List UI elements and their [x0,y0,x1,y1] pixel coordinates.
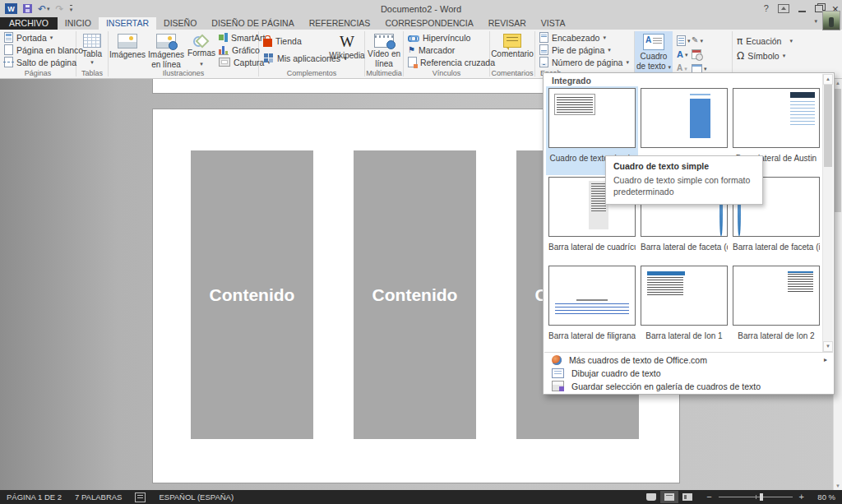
zoom-out-button[interactable]: − [706,492,711,502]
content-column-1[interactable]: Contenido [191,150,313,439]
page-indicator[interactable]: PÁGINA 1 DE 2 [0,492,68,502]
ribbon-group-ilustraciones: Imágenes Imágenes en línea Formas ▾ Smar… [109,30,258,78]
video-en-linea-button[interactable]: Vídeo en línea [365,31,403,68]
referencia-cruzada-label: Referencia cruzada [420,58,495,67]
encabezado-button[interactable]: Encabezado ▾ [535,31,634,44]
cuadro-de-texto-label: Cuadro de texto [636,52,667,71]
mis-aplicaciones-button[interactable]: Mis aplicaciones ▾ [259,52,330,64]
scroll-up-icon[interactable]: ▲ [834,79,842,87]
ecuacion-button[interactable]: π Ecuación ▾ [733,35,812,47]
tienda-button[interactable]: Tienda [259,35,330,47]
smartart-button[interactable]: SmartArt [217,31,258,44]
redo-button[interactable]: ↷ [56,4,64,14]
ribbon-group-comentarios: Comentario Comentarios [490,30,534,78]
web-layout-button[interactable] [678,491,696,503]
draw-text-box-icon [552,368,564,378]
gallery-item-barra-lateral-de-filigrana[interactable]: Barra lateral de filigrana [546,264,638,353]
customize-qat-button[interactable]: ▾ [70,5,73,13]
scroll-down-icon[interactable]: ▼ [834,482,842,490]
cuadro-de-texto-button[interactable]: A Cuadro de texto ▾ [635,31,673,76]
gallery-scrollbar-thumb[interactable] [824,85,832,167]
tab-revisar[interactable]: REVISAR [481,17,534,30]
ribbon-display-options-button[interactable] [778,4,789,13]
grafico-button[interactable]: Gráfico [217,44,258,56]
salto-de-pagina-button[interactable]: Salto de página [0,56,76,68]
pagina-en-blanco-button[interactable]: Página en blanco [0,44,76,56]
content-column-2[interactable]: Contenido [354,150,476,439]
tooltip: Cuadro de texto simple Cuadro de texto s… [605,155,763,205]
thumbnail-ion-sidebar-2 [733,266,820,326]
wordart-button[interactable]: A ▾ [677,50,691,59]
tabla-button[interactable]: Tabla ▾ [76,31,108,65]
account-dropdown-arrow-icon[interactable]: ▾ [814,18,817,25]
formas-button[interactable]: Formas ▾ [186,31,217,69]
tab-archivo[interactable]: ARCHIVO [0,17,58,30]
tab-diseno[interactable]: DISEÑO [156,17,204,30]
user-avatar[interactable] [822,11,840,30]
objeto-button[interactable]: ▾ [692,64,707,73]
imagenes-label: Imágenes [109,50,146,59]
menu-item-dibujar-cuadro-de-texto[interactable]: Dibujar cuadro de texto [544,367,833,379]
numero-de-pagina-label: Número de página [552,58,622,67]
hipervinculo-label: Hipervínculo [423,33,470,43]
thumbnail-filigree-sidebar [548,266,636,326]
thumbnail-austin-sidebar [733,88,820,148]
tab-correspondencia[interactable]: CORRESPONDENCIA [377,17,480,30]
group-label-complementos: Complementos [259,69,364,77]
scroll-down-icon[interactable]: ▼ [823,341,833,352]
comentario-button[interactable]: Comentario [490,31,534,59]
fecha-y-hora-button[interactable] [692,49,707,59]
online-pictures-icon [156,34,176,49]
scroll-up-icon[interactable]: ▲ [823,74,833,85]
letra-capital-button[interactable]: A ▾ [677,64,691,72]
read-mode-button[interactable] [642,491,660,503]
cross-reference-icon [408,57,417,67]
zoom-in-button[interactable]: + [799,492,804,502]
dropdown-arrow-icon: ▾ [687,38,691,44]
wikipedia-button[interactable]: W Wikipedia [330,31,364,64]
print-layout-button[interactable] [660,491,678,503]
tab-diseno-de-pagina[interactable]: DISEÑO DE PÁGINA [204,17,301,30]
gallery-grid: Cuadro de texto simple Barra lateral de … [546,86,822,353]
help-button[interactable]: ? [764,4,769,13]
tab-inicio[interactable]: INICIO [58,17,99,30]
hipervinculo-button[interactable]: Hipervínculo [404,31,489,44]
zoom-slider[interactable] [719,497,793,497]
zoom-level[interactable]: 80 % [811,492,835,502]
captura-button[interactable]: Captura ▾ [217,56,258,68]
tab-vista[interactable]: VISTA [534,17,573,30]
gallery-item-barra-lateral-de-ion-2[interactable]: Barra lateral de Ion 2 [730,264,822,353]
pie-de-pagina-button[interactable]: Pie de página ▾ [535,44,634,56]
marcador-button[interactable]: ⚑ Marcador [404,44,489,56]
zoom-slider-thumb[interactable] [760,493,763,501]
menu-item-guardar-seleccion[interactable]: Guardar selección en galería de cuadros … [544,380,833,392]
print-layout-icon [664,493,674,501]
gallery-item-barra-lateral-de-ion-1[interactable]: Barra lateral de Ion 1 [638,264,730,353]
tab-insertar[interactable]: INSERTAR [99,17,156,30]
pictures-icon [118,34,137,49]
ribbon-group-simbolos: π Ecuación ▾ Ω Símbolo ▾ [733,30,812,78]
proofing-status-icon[interactable] [135,492,146,502]
ribbon-group-paginas: Portada ▾ Página en blanco Salto de pági… [0,30,76,78]
portada-label: Portada [16,33,47,43]
portada-button[interactable]: Portada ▾ [0,31,76,44]
language-indicator[interactable]: ESPAÑOL (ESPAÑA) [152,492,240,502]
dropdown-arrow-icon: ▾ [626,59,629,65]
simbolo-button[interactable]: Ω Símbolo ▾ [733,49,812,62]
linea-de-firma-button[interactable]: ✎ ▾ [692,36,707,44]
word-count[interactable]: 7 PALABRAS [68,492,128,502]
numero-de-pagina-button[interactable]: Número de página ▾ [535,56,634,68]
gallery-scrollbar[interactable]: ▲ ▼ [822,74,833,352]
imagenes-en-linea-button[interactable]: Imágenes en línea [146,31,186,69]
scrollbar-thumb[interactable] [835,89,841,212]
save-button[interactable] [23,4,32,13]
elementos-rapidos-button[interactable]: ▾ [677,35,691,46]
menu-item-mas-cuadros-de-texto[interactable]: Más cuadros de texto de Office.com ▸ [544,354,833,366]
marcador-label: Marcador [419,45,455,55]
undo-icon: ↶ [38,4,46,14]
undo-button[interactable]: ↶ ▾ [38,4,50,14]
imagenes-button[interactable]: Imágenes [109,31,146,69]
minimize-button[interactable] [798,11,806,12]
tab-referencias[interactable]: REFERENCIAS [302,17,378,30]
referencia-cruzada-button[interactable]: Referencia cruzada [404,56,489,68]
